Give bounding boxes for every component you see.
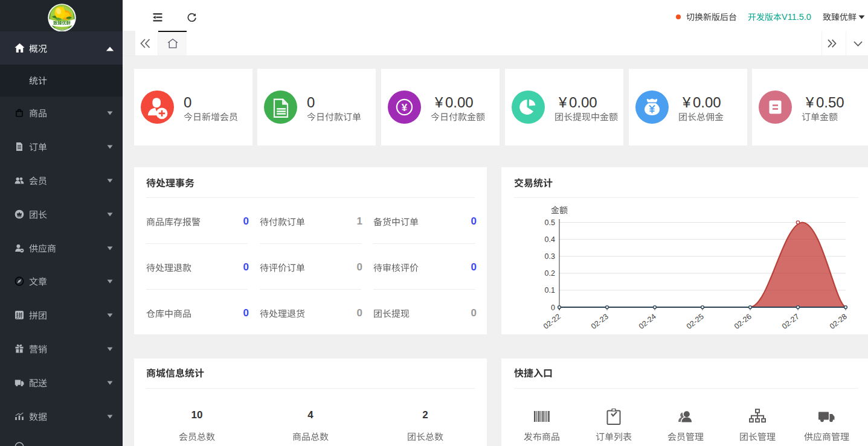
svg-text:02-28: 02-28 — [828, 312, 849, 329]
svg-text:02-27: 02-27 — [780, 312, 801, 329]
svg-text:0.1: 0.1 — [545, 286, 555, 295]
svg-text:0.5: 0.5 — [545, 218, 555, 227]
svg-text:0.4: 0.4 — [545, 235, 555, 244]
svg-text:02-26: 02-26 — [733, 312, 753, 329]
svg-text:¥: ¥ — [402, 102, 408, 113]
svg-text:0.3: 0.3 — [545, 252, 555, 261]
svg-text:0.2: 0.2 — [545, 269, 555, 278]
svg-text:0: 0 — [551, 304, 555, 312]
svg-text:02-23: 02-23 — [590, 312, 610, 329]
svg-text:02-24: 02-24 — [637, 312, 658, 329]
svg-text:02-22: 02-22 — [542, 312, 562, 329]
svg-text:02-25: 02-25 — [685, 312, 706, 329]
